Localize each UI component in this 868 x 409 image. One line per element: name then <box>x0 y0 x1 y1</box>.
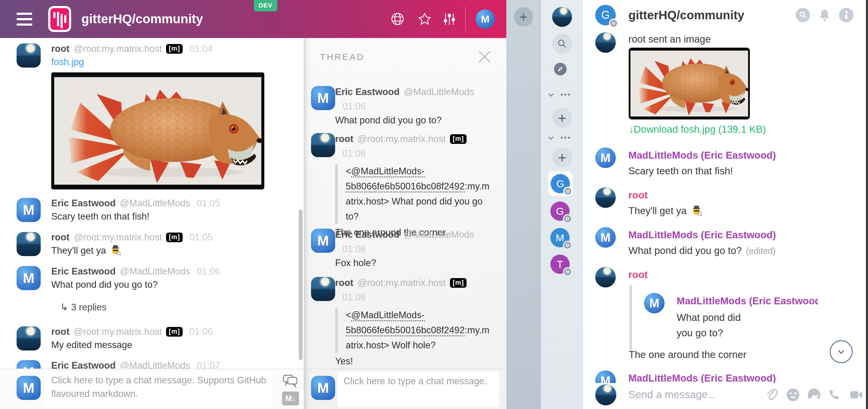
avatar-root[interactable] <box>311 277 335 301</box>
mention-link[interactable]: @MadLittleMods-5b8066fe6b50016bc08f2492 <box>346 166 465 193</box>
sender-handle: @MadLittleMods <box>120 198 190 209</box>
sender-name[interactable]: root <box>51 232 69 243</box>
message-text: What pond did you go to? <box>51 278 304 291</box>
jump-to-bottom-button[interactable] <box>830 340 852 363</box>
avatar-madlittlemods[interactable]: M <box>595 147 616 168</box>
add-room-button[interactable]: + <box>552 108 572 128</box>
public-room-globe-icon <box>563 267 572 276</box>
video-call-icon[interactable] <box>849 388 863 402</box>
avatar-root[interactable] <box>17 232 41 256</box>
sender-handle: @root:my.matrix.host <box>358 277 446 288</box>
avatar-root[interactable] <box>311 133 335 157</box>
thread-replies-link[interactable]: ↳3 replies <box>51 302 304 313</box>
sender-name[interactable]: MadLittleMods (Eric Eastwood) <box>628 228 868 242</box>
fosh-image[interactable] <box>51 72 264 189</box>
thread-message: root @root:my.matrix.host [m] 01:06 <@Ma… <box>304 276 506 368</box>
sender-name[interactable]: root <box>335 134 353 144</box>
quoted-sender-name[interactable]: MadLittleMods (Eric Eastwood) <box>677 294 818 308</box>
chat-input[interactable] <box>46 372 273 407</box>
chat-message: M Eric Eastwood @MadLittleMods 01:05 Sca… <box>0 197 304 223</box>
avatar-madlittlemods[interactable]: M <box>644 293 664 313</box>
sender-name[interactable]: root <box>51 43 69 54</box>
add-room-button[interactable]: + <box>552 147 572 167</box>
menu-icon[interactable] <box>17 13 32 26</box>
close-icon[interactable] <box>477 49 493 64</box>
sender-name[interactable]: root <box>628 188 868 202</box>
search-icon[interactable] <box>796 8 810 22</box>
sender-name[interactable]: Eric Eastwood <box>51 198 116 209</box>
sender-name[interactable]: Eric Eastwood <box>51 266 116 277</box>
room-info-icon[interactable] <box>839 8 854 22</box>
gitter-message-list[interactable]: root @root:my.matrix.host [m] 01:04 fosh… <box>0 38 304 409</box>
sticker-icon[interactable] <box>807 388 821 402</box>
search-button[interactable] <box>552 34 572 54</box>
avatar-root[interactable] <box>595 187 616 208</box>
avatar-root[interactable] <box>595 267 616 287</box>
markdown-icon[interactable]: M↓ <box>282 391 299 405</box>
section-favourites[interactable]: ••• <box>547 90 571 99</box>
avatar-madlittlemods[interactable]: M <box>311 86 335 110</box>
composer-avatar: M <box>311 376 335 400</box>
avatar-madlittlemods[interactable]: M <box>17 266 41 290</box>
sender-name[interactable]: Eric Eastwood <box>335 229 400 240</box>
header-divider <box>465 7 466 31</box>
voice-call-phone-icon[interactable] <box>828 388 842 402</box>
sender-name[interactable]: root <box>628 268 648 282</box>
matrix-badge: [m] <box>166 233 183 242</box>
room-item[interactable]: M <box>550 228 569 247</box>
message-text: Yes! <box>335 355 506 368</box>
window-scrollbar-edge[interactable] <box>866 0 868 409</box>
user-avatar[interactable]: M <box>475 9 495 29</box>
user-avatar[interactable] <box>552 7 572 27</box>
message-text: Fox hole? <box>335 256 506 270</box>
sender-name[interactable]: Eric Eastwood <box>335 87 400 97</box>
create-space-button[interactable]: + <box>514 7 533 27</box>
fosh-image[interactable] <box>629 48 750 119</box>
attachment-paperclip-icon[interactable] <box>765 388 779 402</box>
avatar-root[interactable] <box>17 43 41 67</box>
room-avatar[interactable]: G <box>595 5 616 25</box>
mention-link[interactable]: @MadLittleMods-5b8066fe6b50016bc08f2492 <box>346 310 465 336</box>
chat-scrollbar[interactable] <box>299 209 303 360</box>
avatar-root[interactable] <box>17 326 41 350</box>
room-title: gitterHQ/community <box>82 0 203 38</box>
timestamp: 01:05 <box>197 198 220 209</box>
reply-quote-bar <box>629 285 632 351</box>
element-room-list: ••• + ••• + G G M T <box>541 0 583 409</box>
download-link[interactable]: ↓Download fosh.jpg (139.1 KB) <box>629 124 766 135</box>
dev-badge: DEV <box>254 0 277 11</box>
settings-sliders-icon[interactable] <box>442 12 456 26</box>
notifications-bell-icon[interactable] <box>817 8 832 22</box>
avatar-root[interactable] <box>595 32 616 53</box>
sender-handle: @root:my.matrix.host <box>73 232 162 243</box>
explore-compass-button[interactable] <box>554 62 567 76</box>
chat-mode-toggle-icon[interactable] <box>283 373 299 388</box>
thread-input[interactable] <box>338 372 499 407</box>
room-item[interactable]: G <box>550 202 569 221</box>
globe-icon[interactable] <box>391 12 404 26</box>
message-text: What pond did you go to? <box>335 114 506 127</box>
emoji-icon[interactable] <box>786 388 800 402</box>
message-text: They'll get ya <box>628 204 868 218</box>
message-text: My edited message <box>51 339 304 352</box>
room-item[interactable]: T <box>550 255 569 274</box>
ellipsis-icon: ••• <box>560 133 571 142</box>
avatar-madlittlemods[interactable]: M <box>311 229 335 253</box>
room-item-selected[interactable]: G <box>548 171 572 196</box>
matrix-badge: [m] <box>450 134 467 144</box>
file-link[interactable]: fosh.jpg <box>51 56 84 69</box>
sender-name[interactable]: root <box>335 277 353 288</box>
section-rooms[interactable]: ••• <box>547 133 571 142</box>
matrix-badge: [m] <box>166 44 183 54</box>
sender-name[interactable]: MadLittleMods (Eric Eastwood) <box>628 148 868 162</box>
quoted-text: What pond did <box>677 311 741 325</box>
sender-name[interactable]: root <box>51 326 69 337</box>
thread-panel: THREAD M Eric Eastwood @MadLittleMods 01… <box>304 38 506 409</box>
gitter-logo-icon[interactable] <box>48 6 71 32</box>
star-icon[interactable] <box>418 12 432 26</box>
room-header: G gitterHQ/community <box>583 0 868 30</box>
public-room-globe-icon <box>563 187 572 196</box>
avatar-madlittlemods[interactable]: M <box>17 198 41 222</box>
thread-composer: M Click here to type a chat message. <box>304 369 506 409</box>
avatar-madlittlemods[interactable]: M <box>595 227 616 247</box>
